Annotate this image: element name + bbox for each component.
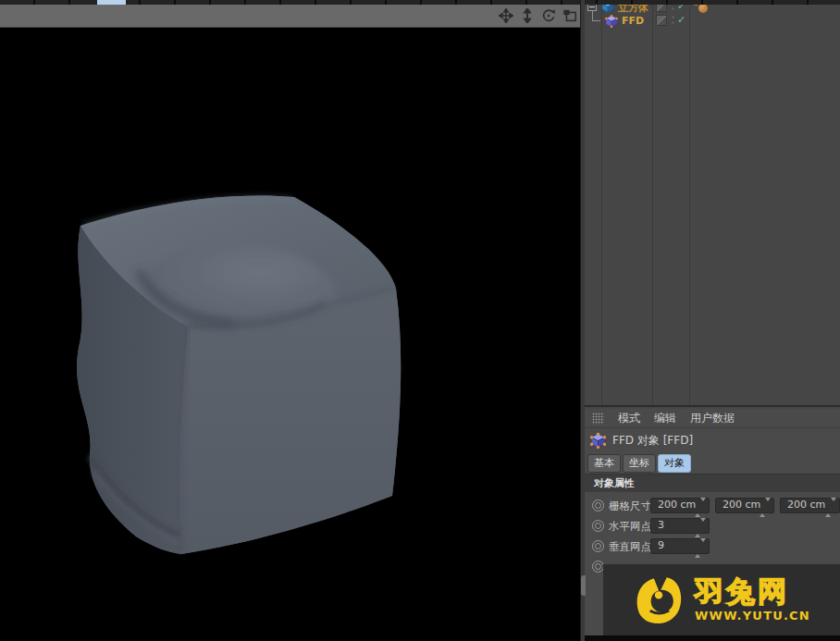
keyframe-circle-icon[interactable]: [592, 540, 604, 552]
om-column-separator: [652, 0, 653, 405]
toolbar-active-button-edge: [97, 0, 126, 5]
property-label: 水平网点: [609, 520, 651, 534]
object-manager[interactable]: 立方体 ✓ FFD ✓: [585, 0, 840, 407]
stepper-icon[interactable]: [695, 542, 706, 555]
menu-mode[interactable]: 模式: [618, 411, 640, 426]
grid-size-x-field[interactable]: 200 cm: [650, 498, 710, 513]
phong-tag-icon[interactable]: [698, 4, 708, 13]
object-row-ffd[interactable]: FFD ✓: [585, 14, 840, 28]
tab-object[interactable]: 对象: [658, 454, 691, 473]
grid-size-z-field[interactable]: 200 cm: [780, 498, 840, 513]
viewport-canvas[interactable]: [0, 29, 585, 641]
visibility-dots-icon[interactable]: [672, 16, 675, 26]
ffd-title-icon: [590, 433, 606, 449]
attribute-object-title: FFD 对象 [FFD]: [585, 428, 840, 453]
yutu-rabbit-logo-icon: [633, 574, 685, 626]
attribute-tabs: 基本 坐标 对象: [585, 453, 840, 474]
tab-coordinates[interactable]: 坐标: [623, 454, 656, 473]
pan-camera-icon[interactable]: [498, 7, 514, 24]
viewport-menubar: [0, 5, 585, 28]
property-row-horizontal-points: 水平网点 3: [585, 516, 840, 536]
right-panel: 立方体 ✓ FFD ✓ 模式 编辑: [585, 0, 840, 641]
horizontal-points-field[interactable]: 3: [650, 518, 710, 534]
splitter-handle[interactable]: [581, 575, 586, 596]
toggle-view-icon[interactable]: [562, 7, 578, 24]
stepper-icon[interactable]: [695, 522, 706, 535]
property-label: 栅格尺寸: [609, 499, 651, 513]
menu-edit[interactable]: 编辑: [654, 411, 676, 426]
om-column-separator: [689, 0, 690, 405]
section-title: 对象属性: [594, 476, 635, 490]
toolbar-cutoff-strip: [0, 0, 840, 5]
tab-basic[interactable]: 基本: [587, 454, 621, 473]
section-object-properties: 对象属性: [585, 474, 840, 492]
object-name[interactable]: FFD: [622, 15, 644, 27]
property-row-vertical-points: 垂直网点 9: [585, 536, 840, 557]
dolly-camera-icon[interactable]: [519, 7, 536, 24]
layer-patch-icon[interactable]: [656, 15, 667, 26]
panel-splitter[interactable]: [580, 0, 585, 641]
attribute-menubar: 模式 编辑 用户数据: [585, 409, 840, 428]
property-label: 垂直网点: [609, 540, 651, 554]
watermark-overlay: 羽兔网 WWW.YUTU.CN: [603, 564, 840, 635]
stepper-icon[interactable]: [695, 501, 706, 514]
rotate-camera-icon[interactable]: [540, 7, 557, 24]
grid-size-y-field[interactable]: 200 cm: [715, 498, 774, 513]
stepper-icon[interactable]: [825, 501, 836, 514]
toolbar-button-edges: [0, 0, 840, 5]
menu-user-data[interactable]: 用户数据: [690, 411, 735, 426]
keyframe-circle-icon[interactable]: [592, 520, 604, 532]
vertical-points-field[interactable]: 9: [650, 538, 710, 554]
bottom-black-strip: [585, 635, 840, 641]
watermark-site-url: WWW.YUTU.CN: [695, 609, 810, 623]
enable-check-icon[interactable]: ✓: [677, 14, 686, 26]
watermark-site-name: 羽兔网: [695, 577, 810, 606]
keyframe-circle-icon[interactable]: [592, 499, 604, 512]
property-row-grid-size: 栅格尺寸 200 cm 200 cm 200 cm: [585, 496, 840, 516]
om-column-separator: [601, 0, 602, 405]
object-title-text: FFD 对象 [FFD]: [612, 433, 693, 449]
viewport-nav-controls: [498, 7, 578, 24]
stepper-icon[interactable]: [760, 501, 771, 514]
ffd-object-icon: [605, 15, 618, 28]
ffd-deformed-cube[interactable]: [0, 29, 585, 641]
dock-grid-icon[interactable]: [592, 413, 604, 425]
tree-branch-line: [592, 11, 600, 21]
watermark-text: 羽兔网 WWW.YUTU.CN: [695, 577, 810, 623]
viewport[interactable]: [0, 5, 585, 641]
